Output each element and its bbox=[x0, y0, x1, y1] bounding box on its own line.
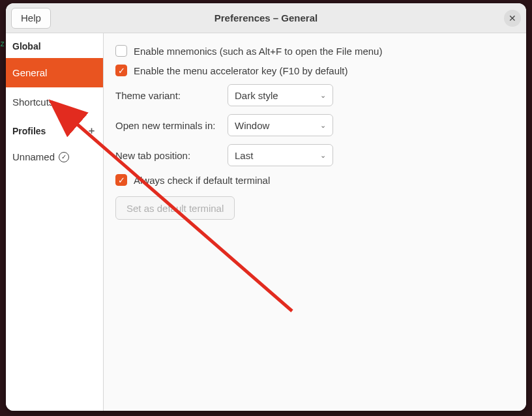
set-default-terminal-button: Set as default terminal bbox=[115, 196, 235, 220]
select-open-new-terminals[interactable]: Window ⌄ bbox=[228, 114, 333, 136]
row-new-tab-position: New tab position: Last ⌄ bbox=[115, 144, 514, 166]
checkbox-enable-mnemonics[interactable] bbox=[115, 45, 127, 57]
select-open-new-terminals-value: Window bbox=[235, 120, 269, 131]
sidebar-header-profiles: Profiles ＋ bbox=[6, 117, 103, 143]
default-profile-icon: ✓ bbox=[59, 152, 69, 162]
chevron-down-icon: ⌄ bbox=[320, 121, 326, 130]
chevron-down-icon: ⌄ bbox=[320, 91, 326, 100]
row-enable-menu-accel: ✓ Enable the menu accelerator key (F10 b… bbox=[115, 65, 514, 76]
background-text: z bbox=[0, 39, 5, 48]
label-theme-variant: Theme variant: bbox=[115, 90, 221, 101]
close-button[interactable]: ✕ bbox=[504, 10, 521, 27]
label-enable-mnemonics: Enable mnemonics (such as Alt+F to open … bbox=[134, 46, 382, 57]
preferences-window: Help Preferences – General ✕ Global Gene… bbox=[6, 3, 526, 411]
profiles-label: Profiles bbox=[12, 126, 46, 136]
help-button[interactable]: Help bbox=[11, 8, 51, 29]
select-theme-variant[interactable]: Dark style ⌄ bbox=[228, 84, 333, 106]
row-open-new-terminals: Open new terminals in: Window ⌄ bbox=[115, 114, 514, 136]
sidebar-item-general[interactable]: General bbox=[6, 58, 103, 87]
label-new-tab-position: New tab position: bbox=[115, 150, 221, 161]
content-pane: Enable mnemonics (such as Alt+F to open … bbox=[104, 33, 526, 411]
profile-item-unnamed[interactable]: Unnamed ✓ bbox=[6, 143, 103, 170]
select-theme-variant-value: Dark style bbox=[235, 90, 278, 101]
checkbox-enable-menu-accel[interactable]: ✓ bbox=[115, 65, 127, 76]
label-enable-menu-accel: Enable the menu accelerator key (F10 by … bbox=[134, 65, 348, 76]
window-title: Preferences – General bbox=[6, 12, 526, 23]
sidebar-item-shortcuts[interactable]: Shortcuts bbox=[6, 87, 103, 117]
select-new-tab-position-value: Last bbox=[235, 150, 253, 161]
window-body: Global General Shortcuts Profiles ＋ Unna… bbox=[6, 33, 526, 411]
add-profile-icon[interactable]: ＋ bbox=[87, 125, 96, 137]
label-always-check-default: Always check if default terminal bbox=[134, 175, 270, 186]
select-new-tab-position[interactable]: Last ⌄ bbox=[228, 144, 333, 166]
sidebar-header-global: Global bbox=[6, 33, 103, 58]
label-open-new-terminals: Open new terminals in: bbox=[115, 120, 221, 131]
row-enable-mnemonics: Enable mnemonics (such as Alt+F to open … bbox=[115, 45, 514, 57]
checkbox-always-check-default[interactable]: ✓ bbox=[115, 174, 127, 186]
row-always-check-default: ✓ Always check if default terminal bbox=[115, 174, 514, 186]
profile-label: Unnamed bbox=[12, 151, 55, 162]
titlebar: Help Preferences – General ✕ bbox=[6, 3, 526, 33]
row-theme-variant: Theme variant: Dark style ⌄ bbox=[115, 84, 514, 106]
sidebar: Global General Shortcuts Profiles ＋ Unna… bbox=[6, 33, 104, 411]
chevron-down-icon: ⌄ bbox=[320, 151, 326, 160]
close-icon: ✕ bbox=[509, 13, 516, 23]
